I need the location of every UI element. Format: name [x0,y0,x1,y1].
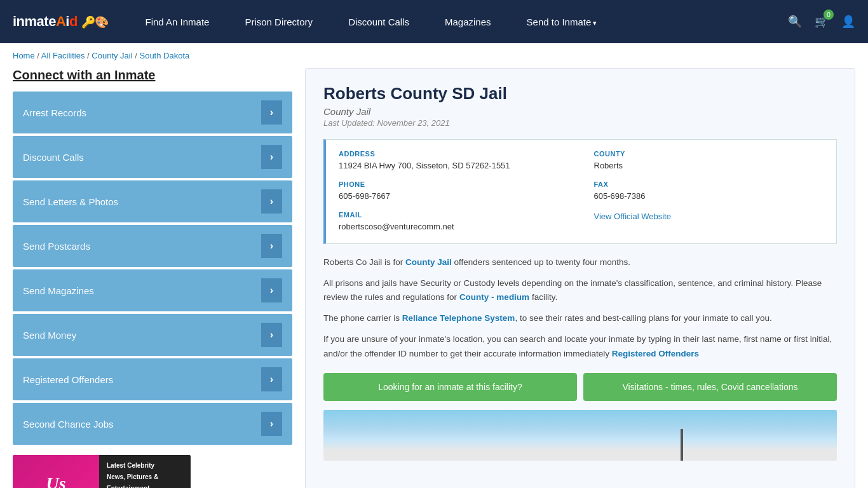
facility-description: Roberts Co Jail is for County Jail offen… [323,255,837,362]
email-label: EMAIL [339,211,569,219]
arrow-icon: › [261,234,282,258]
arrow-icon: › [261,145,282,169]
arrow-icon: › [261,189,282,214]
desc-p1: Roberts Co Jail is for County Jail offen… [323,255,837,270]
address-block: ADDRESS 11924 BIA Hwy 700, Sisseton, SD … [339,150,569,172]
action-buttons: Looking for an inmate at this facility? … [323,373,837,401]
nav-magazines[interactable]: Magazines [427,3,509,41]
breadcrumb: Home / All Facilities / County Jail / So… [0,43,868,68]
breadcrumb-home[interactable]: Home [13,51,35,60]
county-medium-link[interactable]: County - medium [459,292,529,302]
facility-info-box: ADDRESS 11924 BIA Hwy 700, Sisseton, SD … [323,139,837,244]
sidebar-item-registered-offenders[interactable]: Registered Offenders › [13,358,292,400]
phone-value: 605-698-7667 [339,191,569,202]
cart-badge: 0 [824,10,834,20]
looking-for-inmate-button[interactable]: Looking for an inmate at this facility? [323,373,577,401]
sidebar-title: Connect with an Inmate [13,68,292,83]
county-jail-link[interactable]: County Jail [405,257,452,267]
view-official-website-link[interactable]: View Official Website [594,212,671,221]
ad-line1: Latest Celebrity [107,461,183,470]
email-value: robertscoso@venturecomm.net [339,221,569,233]
user-icon[interactable]: 👤 [841,15,855,29]
nav-send-to-inmate[interactable]: Send to Inmate [509,3,615,41]
arrow-icon: › [261,278,282,302]
fax-value: 605-698-7386 [594,191,824,202]
sidebar-item-arrest-records[interactable]: Arrest Records › [13,92,292,133]
search-icon[interactable]: 🔍 [788,15,802,29]
sidebar-item-send-letters[interactable]: Send Letters & Photos › [13,180,292,222]
ad-line3: Entertainment [107,484,183,488]
phone-carrier-link[interactable]: Reliance Telephone System [402,313,515,323]
arrow-icon: › [261,412,282,436]
sidebar-item-discount-calls[interactable]: Discount Calls › [13,136,292,178]
arrow-icon: › [261,367,282,391]
cart-icon[interactable]: 🛒 0 [815,15,829,29]
arrow-icon: › [261,323,282,347]
fax-block: FAX 605-698-7386 [594,180,824,202]
desc-p4: If you are unsure of your inmate's locat… [323,332,837,362]
breadcrumb-south-dakota[interactable]: South Dakota [139,51,189,60]
sidebar-item-send-money[interactable]: Send Money › [13,314,292,356]
photo-pole [681,429,683,461]
county-block: COUNTY Roberts [594,150,824,172]
phone-block: PHONE 605-698-7667 [339,180,569,202]
sidebar-menu: Arrest Records › Discount Calls › Send L… [13,92,292,445]
sidebar-item-second-chance-jobs[interactable]: Second Chance Jobs › [13,403,292,445]
nav-prison-directory[interactable]: Prison Directory [227,3,330,41]
fax-label: FAX [594,180,824,188]
ad-line2: News, Pictures & [107,473,183,482]
address-label: ADDRESS [339,150,569,158]
header-icons: 🔍 🛒 0 👤 [788,15,855,29]
sidebar-item-send-magazines[interactable]: Send Magazines › [13,269,292,311]
facility-type: County Jail [323,106,837,117]
facility-title: Roberts County SD Jail [323,84,837,104]
facility-updated: Last Updated: November 23, 2021 [323,118,837,128]
phone-label: PHONE [339,180,569,188]
arrow-icon: › [261,100,282,125]
ad-banner[interactable]: Us Latest Celebrity News, Pictures & Ent… [13,455,191,488]
site-header: inmateAid 🔑🎨 Find An Inmate Prison Direc… [0,0,868,43]
main-container: Connect with an Inmate Arrest Records › … [0,68,868,488]
county-label: COUNTY [594,150,824,158]
nav-discount-calls[interactable]: Discount Calls [330,3,427,41]
address-value: 11924 BIA Hwy 700, Sisseton, SD 57262-15… [339,160,569,172]
breadcrumb-all-facilities[interactable]: All Facilities [41,51,85,60]
facility-photo [323,410,837,461]
nav-find-inmate[interactable]: Find An Inmate [128,3,227,41]
facility-content: Roberts County SD Jail County Jail Last … [305,68,855,488]
sidebar: Connect with an Inmate Arrest Records › … [13,68,292,488]
ad-logo: Us [46,473,65,488]
desc-p3: The phone carrier is Reliance Telephone … [323,311,837,326]
desc-p2: All prisons and jails have Security or C… [323,276,837,306]
main-nav: Find An Inmate Prison Directory Discount… [128,3,788,41]
visitations-button[interactable]: Visitations - times, rules, Covid cancel… [583,373,837,401]
county-value: Roberts [594,160,824,172]
logo[interactable]: inmateAid 🔑🎨 [13,13,109,30]
sidebar-item-send-postcards[interactable]: Send Postcards › [13,225,292,267]
email-block: EMAIL robertscoso@venturecomm.net [339,211,569,233]
website-block: View Official Website [594,211,824,233]
registered-offenders-link[interactable]: Registered Offenders [612,349,699,358]
breadcrumb-county-jail[interactable]: County Jail [92,51,132,60]
